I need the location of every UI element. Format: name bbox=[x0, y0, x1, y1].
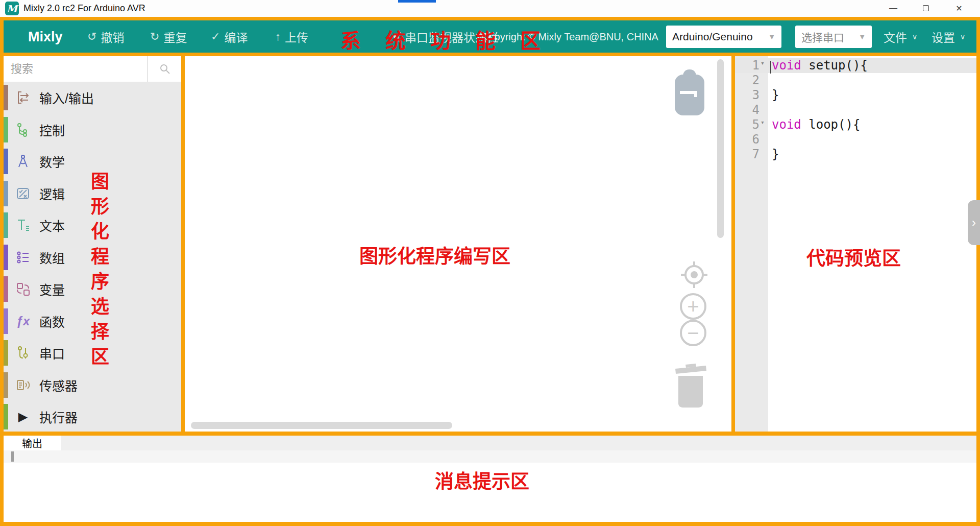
maximize-icon bbox=[923, 5, 929, 11]
sidebar-item-control[interactable]: 控制 bbox=[4, 114, 181, 146]
sidebar-item-label: 数组 bbox=[39, 248, 65, 267]
panel-expander-handle[interactable]: › bbox=[968, 200, 980, 245]
block-workspace[interactable]: 图形化程序编写区 + − bbox=[185, 56, 731, 432]
zoom-in-button[interactable]: + bbox=[680, 293, 706, 320]
sidebar-item-label: 输入/输出 bbox=[39, 88, 94, 107]
horizontal-scrollbar[interactable] bbox=[191, 422, 452, 429]
code-text: setup(){ bbox=[801, 58, 868, 73]
code-line: 6 bbox=[735, 132, 976, 147]
category-color-bar bbox=[4, 117, 8, 142]
upload-button[interactable]: ↑ 上传 bbox=[275, 28, 308, 45]
redo-label: 重复 bbox=[163, 28, 187, 45]
line-number: 3 bbox=[735, 88, 760, 102]
board-selector-value: Arduino/Genuino bbox=[672, 31, 753, 43]
function-fx-icon: ƒx bbox=[14, 312, 32, 330]
fold-arrow-icon[interactable]: ▾ bbox=[761, 118, 765, 126]
compile-button[interactable]: ✓ 编译 bbox=[211, 28, 248, 45]
sidebar-item-label: 函数 bbox=[39, 312, 65, 330]
port-selector-value: 选择串口 bbox=[801, 29, 844, 44]
logic-checkbox-icon bbox=[14, 184, 32, 203]
close-button[interactable]: ✕ bbox=[947, 0, 971, 16]
category-color-bar bbox=[4, 276, 8, 302]
sidebar-item-sensor[interactable]: 传感器 bbox=[4, 369, 181, 401]
fold-arrow-icon[interactable]: ▾ bbox=[761, 59, 765, 67]
code-line: 4 bbox=[735, 103, 976, 117]
variable-swap-icon bbox=[14, 280, 32, 298]
chevron-down-icon: ▼ bbox=[768, 33, 775, 41]
upload-icon: ↑ bbox=[275, 30, 281, 43]
sidebar-item-label: 串口 bbox=[39, 344, 65, 362]
output-caret bbox=[11, 451, 14, 462]
annotation-block-editor-area: 图形化程序编写区 bbox=[359, 241, 510, 269]
output-status-row bbox=[4, 450, 976, 463]
app-frame: Mixly ↺ 撤销 ↻ 重复 ✓ 编译 ↑ 上传 •( 串口监视器状态栏 Co… bbox=[0, 17, 980, 526]
settings-menu[interactable]: 设置 ∨ bbox=[932, 28, 965, 45]
tab-output[interactable]: 输出 bbox=[4, 436, 61, 450]
chevron-down-icon: ∨ bbox=[960, 33, 965, 41]
line-number: 5 bbox=[735, 117, 760, 132]
zoom-reset-button[interactable] bbox=[679, 259, 709, 290]
text-T-icon bbox=[14, 216, 32, 234]
search-row bbox=[4, 56, 181, 82]
category-color-bar bbox=[4, 149, 8, 174]
mixly-logo-icon: M bbox=[5, 2, 19, 15]
category-color-bar bbox=[4, 212, 8, 238]
mixly-menu-button[interactable]: Mixly bbox=[28, 29, 63, 44]
top-blue-strip bbox=[398, 0, 436, 3]
file-menu-label: 文件 bbox=[884, 28, 907, 45]
keyword: void bbox=[772, 58, 801, 73]
close-icon: ✕ bbox=[955, 4, 962, 13]
code-preview-panel: 1 ▾ void setup(){ 2 3 } 4 5 ▾ void loop(… bbox=[735, 56, 976, 432]
sidebar-item-label: 传感器 bbox=[39, 376, 78, 394]
undo-label: 撤销 bbox=[101, 28, 124, 45]
category-color-bar bbox=[4, 308, 8, 334]
array-list-icon bbox=[14, 248, 32, 267]
actuator-play-icon: ▶ bbox=[14, 408, 32, 426]
line-number: 4 bbox=[735, 103, 760, 117]
line-number: 1 bbox=[735, 58, 760, 73]
sidebar-item-label: 执行器 bbox=[39, 408, 78, 426]
sidebar-item-actuator[interactable]: ▶ 执行器 bbox=[4, 401, 181, 432]
sidebar-item-label: 逻辑 bbox=[39, 184, 65, 203]
code-line: 3 } bbox=[735, 88, 976, 103]
keyword: void bbox=[772, 117, 801, 132]
trash-icon[interactable] bbox=[671, 361, 710, 409]
annotation-system-function-area: 系统功能区 bbox=[340, 25, 565, 54]
search-input[interactable] bbox=[4, 56, 147, 82]
file-menu[interactable]: 文件 ∨ bbox=[884, 28, 917, 45]
line-number: 6 bbox=[735, 132, 760, 147]
sidebar-item-label: 控制 bbox=[39, 121, 65, 139]
redo-icon: ↻ bbox=[150, 30, 159, 43]
io-arrows-icon bbox=[14, 88, 32, 107]
chevron-down-icon: ∨ bbox=[912, 33, 917, 41]
backpack-icon[interactable] bbox=[671, 67, 708, 117]
undo-button[interactable]: ↺ 撤销 bbox=[87, 28, 124, 45]
search-icon bbox=[159, 63, 171, 75]
chevron-right-icon: › bbox=[972, 216, 976, 230]
line-number: 7 bbox=[735, 147, 760, 161]
search-button[interactable] bbox=[148, 56, 181, 82]
titlebar: M Mixly 2.0 rc2 For Arduino AVR — ✕ bbox=[0, 0, 980, 17]
maximize-button[interactable] bbox=[914, 0, 938, 16]
main-toolbar: Mixly ↺ 撤销 ↻ 重复 ✓ 编译 ↑ 上传 •( 串口监视器状态栏 Co… bbox=[4, 20, 976, 53]
sidebar-item-label: 数学 bbox=[39, 152, 65, 171]
port-selector[interactable]: 选择串口 ▼ bbox=[795, 26, 872, 48]
code-text: } bbox=[772, 147, 779, 161]
sidebar-item-input-output[interactable]: 输入/输出 bbox=[4, 82, 181, 114]
category-color-bar bbox=[4, 245, 8, 270]
annotation-block-picker-area: 图形化程序选择区 bbox=[85, 172, 112, 372]
output-tab-strip: 输出 bbox=[4, 436, 976, 450]
chevron-down-icon: ▼ bbox=[859, 33, 866, 41]
settings-menu-label: 设置 bbox=[932, 28, 955, 45]
code-line: 7 } bbox=[735, 147, 976, 162]
sidebar-item-label: 文本 bbox=[39, 216, 65, 234]
check-icon: ✓ bbox=[211, 30, 220, 43]
board-selector[interactable]: Arduino/Genuino ▼ bbox=[666, 26, 781, 48]
math-compass-icon bbox=[14, 152, 32, 171]
vertical-scrollbar[interactable] bbox=[717, 59, 724, 238]
redo-button[interactable]: ↻ 重复 bbox=[150, 28, 187, 45]
mixly-window: M Mixly 2.0 rc2 For Arduino AVR — ✕ Mixl… bbox=[0, 0, 980, 526]
sidebar-item-label: 变量 bbox=[39, 280, 65, 298]
zoom-out-button[interactable]: − bbox=[680, 320, 706, 346]
minimize-button[interactable]: — bbox=[881, 0, 905, 16]
